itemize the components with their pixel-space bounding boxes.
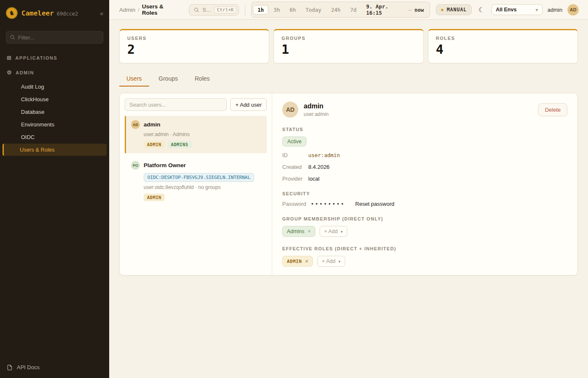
search-placeholder-text: S... (202, 7, 211, 13)
refresh-mode-label: MANUAL (447, 7, 467, 13)
environment-select[interactable]: All Envs ▾ (491, 4, 543, 15)
divider (245, 4, 245, 15)
page-content: USERS 2 GROUPS 1 ROLES 4 Users Groups Ro… (109, 20, 588, 378)
user-item-badges: ADMIN (144, 194, 262, 201)
time-range-display: 9. Apr. 16:15 — now (362, 3, 429, 16)
sidebar-section-applications[interactable]: ⊞ APPLICATIONS (0, 50, 109, 65)
section-label-security: SECURITY (282, 191, 567, 196)
stat-card-roles: ROLES 4 (428, 29, 578, 63)
add-role-button[interactable]: + Add ▾ (317, 256, 345, 267)
main-area: Admin / Users & Roles S... Ctrl+K 1h 3h … (109, 0, 588, 378)
tab-groups[interactable]: Groups (152, 72, 185, 87)
user-item-meta: user:oidc:8evzqofluhld · no groups (144, 184, 262, 190)
sidebar-item-clickhouse[interactable]: ClickHouse (3, 93, 107, 105)
section-label-applications: APPLICATIONS (16, 55, 58, 60)
time-button-7d[interactable]: 7d (346, 5, 361, 15)
delete-user-button[interactable]: Delete (538, 103, 567, 116)
section-label-status: STATUS (282, 127, 567, 132)
field-value-provider: local (308, 176, 320, 182)
section-label-admin: ADMIN (16, 70, 34, 75)
remove-icon[interactable]: × (308, 228, 311, 234)
user-item-badges: ADMIN ADMINS (144, 141, 262, 148)
global-search-button[interactable]: S... Ctrl+K (189, 4, 239, 16)
time-range-separator: — (408, 7, 412, 13)
time-range-end[interactable]: now (415, 7, 424, 13)
sidebar-item-oidc[interactable]: OIDC (3, 131, 107, 143)
user-item-header: PO Platform Owner (131, 161, 262, 170)
add-group-button[interactable]: + Add ▾ (320, 226, 347, 237)
user-search-input[interactable] (125, 98, 227, 111)
sidebar-item-audit-log[interactable]: Audit Log (3, 81, 107, 93)
stat-value: 1 (281, 42, 415, 57)
api-docs-link[interactable]: API Docs (0, 357, 109, 378)
detail-user-id: user:admin (304, 111, 328, 117)
user-list-item-admin[interactable]: AD admin user:admin · Admins ADMIN ADMIN… (125, 116, 267, 153)
chevron-down-icon: ▾ (339, 259, 341, 264)
remove-icon[interactable]: × (305, 258, 309, 264)
sidebar-header: ♞ Cameleer 69dcce2 « (0, 0, 109, 26)
time-button-6h[interactable]: 6h (285, 5, 300, 15)
user-item-meta: user:admin · Admins (144, 131, 262, 137)
sidebar-item-environments[interactable]: Environments (3, 118, 107, 131)
api-docs-label: API Docs (17, 364, 39, 370)
add-user-button[interactable]: + Add user (230, 98, 267, 111)
user-list-header: + Add user (125, 98, 267, 111)
section-label-groups: GROUP MEMBERSHIP (DIRECT ONLY) (282, 216, 567, 221)
user-detail-pane: AD admin user:admin Delete STATUS Active… (272, 93, 578, 275)
stat-value: 4 (436, 42, 570, 57)
time-button-3h[interactable]: 3h (269, 5, 284, 15)
field-key: Created (282, 164, 308, 170)
group-chip-label: Admins (287, 228, 304, 234)
user-item-name: admin (144, 121, 160, 128)
build-hash: 69dcce2 (57, 11, 78, 17)
password-mask: •••••••• (311, 201, 345, 207)
sidebar: ♞ Cameleer 69dcce2 « ⊞ APPLICATIONS ⚙ AD… (0, 0, 109, 378)
logo-icon: ♞ (6, 7, 18, 19)
chevron-down-icon: ▾ (341, 229, 343, 234)
topbar: Admin / Users & Roles S... Ctrl+K 1h 3h … (109, 0, 588, 20)
time-button-today[interactable]: Today (301, 5, 326, 15)
user-list-item-platform-owner[interactable]: PO Platform Owner OIDC:DESKTOP-FB5VGJ9.S… (125, 157, 267, 206)
field-value-created: 8.4.2026 (308, 164, 330, 170)
brand: Cameleer 69dcce2 (21, 9, 78, 17)
field-row-provider: Provider local (282, 176, 567, 182)
time-button-1h[interactable]: 1h (253, 5, 268, 15)
role-chips-row: ADMIN × + Add ▾ (282, 256, 567, 267)
tab-users[interactable]: Users (119, 72, 149, 87)
stats-row: USERS 2 GROUPS 1 ROLES 4 (119, 29, 578, 63)
role-badge-admin: ADMIN (144, 141, 165, 148)
field-row-created: Created 8.4.2026 (282, 164, 567, 170)
sidebar-collapse-button[interactable]: « (100, 10, 103, 17)
reset-password-link[interactable]: Reset password (355, 201, 394, 207)
time-button-24h[interactable]: 24h (326, 5, 345, 15)
breadcrumb-current: Users & Roles (142, 3, 180, 16)
document-icon (7, 365, 13, 370)
collapse-icon: « (100, 10, 103, 17)
sidebar-item-database[interactable]: Database (3, 106, 107, 118)
current-username: admin (548, 7, 562, 13)
sidebar-item-users-roles[interactable]: Users & Roles (3, 144, 107, 156)
stat-label: ROLES (436, 36, 570, 41)
breadcrumb-separator: / (138, 7, 139, 13)
environment-selected-value: All Envs (496, 7, 517, 13)
group-chips-row: Admins × + Add ▾ (282, 226, 567, 237)
users-panel: + Add user AD admin user:admin · Admins … (119, 93, 578, 276)
user-avatar[interactable]: AD (567, 4, 579, 16)
sidebar-filter (6, 31, 103, 44)
add-role-label: + Add (322, 258, 335, 264)
topbar-right: ● MANUAL ☾ All Envs ▾ admin AD (436, 4, 579, 16)
time-range-start[interactable]: 9. Apr. 16:15 (366, 3, 405, 16)
applications-icon: ⊞ (7, 55, 12, 61)
user-item-name: Platform Owner (144, 162, 186, 168)
tab-roles[interactable]: Roles (187, 72, 217, 87)
refresh-mode-toggle[interactable]: ● MANUAL (436, 4, 472, 15)
field-row-id: ID user:admin (282, 152, 567, 158)
sidebar-filter-input[interactable] (6, 31, 103, 44)
role-badge-admin: ADMIN (144, 194, 165, 201)
user-list-pane: + Add user AD admin user:admin · Admins … (120, 93, 272, 275)
breadcrumb-admin[interactable]: Admin (119, 7, 135, 13)
sidebar-section-admin[interactable]: ⚙ ADMIN (0, 65, 109, 80)
breadcrumb: Admin / Users & Roles (119, 3, 180, 16)
dark-mode-toggle[interactable]: ☾ (477, 5, 486, 15)
search-shortcut-kbd: Ctrl+K (214, 6, 237, 13)
